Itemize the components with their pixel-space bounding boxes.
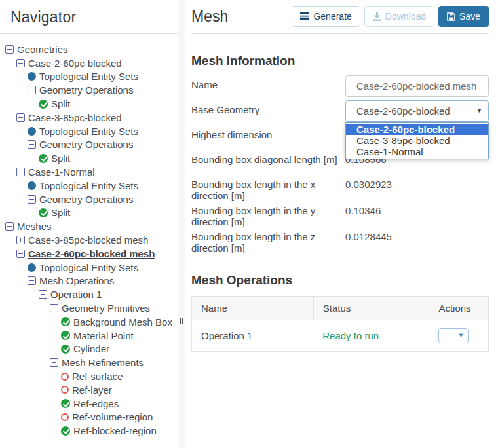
entity-sets-icon (28, 127, 36, 136)
bbox-z-label: Bounding box length in the z direction [… (191, 227, 345, 253)
tree-item-geometry-primitives[interactable]: Geometry Primitives (0, 301, 175, 315)
expand-toggle-icon[interactable] (16, 236, 25, 244)
status-ok-icon (61, 345, 70, 354)
tree-item-label: Meshes (17, 221, 52, 232)
collapse-toggle-icon[interactable] (28, 140, 36, 149)
caret-down-icon: ▼ (476, 108, 482, 114)
status-ok-icon (61, 317, 70, 326)
download-button[interactable]: Download (364, 6, 434, 27)
collapse-toggle-icon[interactable] (16, 168, 25, 176)
collapse-toggle-icon[interactable] (5, 45, 14, 54)
collapse-toggle-icon[interactable] (39, 290, 47, 299)
tree-item-split[interactable]: Split (0, 151, 175, 165)
caret-down-icon: ▼ (458, 333, 464, 339)
generate-bars-icon (300, 12, 309, 20)
tree-item-label: Case-2-60pc-blocked (28, 58, 122, 69)
collapse-toggle-icon[interactable] (28, 86, 36, 94)
column-header-status: Status (313, 297, 429, 320)
tree-item-label: Case-3-85pc-blocked (28, 112, 122, 123)
navigator-title: Navigator (10, 9, 167, 26)
tree-item-case-3-85pc-blocked[interactable]: Case-3-85pc-blocked (0, 111, 175, 124)
tree-item-label: Topological Entity Sets (39, 126, 138, 137)
tree-item-case-2-60pc-blocked-mesh[interactable]: Case-2-60pc-blocked mesh (0, 247, 175, 261)
panel-splitter[interactable] (178, 0, 185, 448)
operations-table-body: Operation 1Ready to run▼ (192, 320, 489, 352)
tree-item-geometries[interactable]: Geometries (0, 43, 175, 56)
tree-item-material-point[interactable]: Material Point (0, 329, 175, 343)
tree-item-label: Case-3-85pc-blocked mesh (28, 234, 148, 246)
tree-item-case-3-85pc-blocked-mesh[interactable]: Case-3-85pc-blocked mesh (0, 233, 175, 247)
base-geometry-select[interactable]: Case-2-60pc-blocked ▼ (345, 100, 489, 122)
status-ok-icon (39, 154, 48, 163)
tree-item-geometry-operations[interactable]: Geometry Operations (0, 193, 175, 206)
base-geometry-label: Base Geometry (191, 100, 345, 115)
status-pending-icon (61, 373, 69, 381)
dropdown-option[interactable]: Case-3-85pc-blocked (346, 135, 488, 146)
name-input[interactable] (345, 75, 489, 97)
collapse-toggle-icon[interactable] (16, 113, 25, 122)
tree-item-ref-blocked-region[interactable]: Ref-blocked-region (0, 424, 175, 438)
tree-item-ref-layer[interactable]: Ref-layer (0, 383, 175, 397)
save-button-label: Save (459, 11, 480, 22)
collapse-toggle-icon[interactable] (50, 358, 58, 367)
tree-item-cylinder[interactable]: Cylinder (0, 343, 175, 356)
bbox-x-label: Bounding box length in the x direction [… (191, 175, 345, 201)
status-ok-icon (61, 399, 70, 408)
bbox-y-label: Bounding box length in the y direction [… (191, 201, 345, 227)
operation-name: Operation 1 (192, 320, 314, 352)
tree-item-label: Background Mesh Box (73, 316, 172, 327)
tree-item-mesh-operations[interactable]: Mesh Operations (0, 274, 175, 288)
highest-dimension-label: Highest dimension (191, 125, 345, 140)
status-ok-icon (61, 426, 70, 436)
tree-item-label: Ref-blocked-region (73, 425, 157, 436)
tree-item-label: Topological Entity Sets (39, 180, 138, 191)
tree-item-ref-edges[interactable]: Ref-edges (0, 397, 175, 411)
status-ok-icon (61, 331, 70, 340)
tree-item-label: Ref-layer (72, 384, 112, 396)
save-button[interactable]: Save (438, 6, 489, 27)
operation-actions-select[interactable]: ▼ (438, 328, 469, 343)
name-field-row: Name (191, 75, 489, 100)
collapse-toggle-icon[interactable] (16, 59, 25, 67)
tree-item-split[interactable]: Split (0, 97, 175, 111)
tree-item-case-2-60pc-blocked[interactable]: Case-2-60pc-blocked (0, 56, 175, 70)
tree-item-ref-volume-region[interactable]: Ref-volume-region (0, 411, 175, 424)
dropdown-option[interactable]: Case-1-Normal (346, 146, 488, 157)
navigator-header: Navigator (0, 0, 178, 34)
collapse-toggle-icon[interactable] (28, 195, 36, 204)
tree-item-mesh-refinements[interactable]: Mesh Refinements (0, 356, 175, 369)
tree-item-label: Geometry Operations (39, 194, 133, 205)
tree-item-topological-entity-sets[interactable]: Topological Entity Sets (0, 179, 175, 193)
collapse-toggle-icon[interactable] (16, 250, 25, 258)
bbox-z-value: 0.0128445 (345, 227, 392, 242)
collapse-toggle-icon[interactable] (28, 276, 36, 285)
collapse-toggle-icon[interactable] (5, 222, 14, 231)
generate-button[interactable]: Generate (292, 6, 360, 27)
dropdown-option[interactable]: Case-2-60pc-blocked (346, 124, 488, 135)
tree-item-background-mesh-box[interactable]: Background Mesh Box (0, 315, 175, 329)
mesh-header: Mesh Generate (191, 0, 489, 34)
tree-item-label: Geometry Primitives (62, 303, 150, 314)
splitter-grip-icon (180, 318, 183, 324)
tree-item-case-1-normal[interactable]: Case-1-Normal (0, 165, 175, 179)
tree-item-label: Topological Entity Sets (39, 262, 138, 273)
tree-item-operation-1[interactable]: Operation 1 (0, 288, 175, 301)
tree-item-meshes[interactable]: Meshes (0, 219, 175, 233)
toolbar: Generate Download (292, 6, 489, 27)
tree-item-split[interactable]: Split (0, 206, 175, 220)
collapse-toggle-icon[interactable] (50, 304, 58, 312)
entity-sets-icon (28, 181, 36, 190)
tree-item-geometry-operations[interactable]: Geometry Operations (0, 138, 175, 152)
bbox-z-row: Bounding box length in the z direction [… (191, 227, 489, 253)
page-title: Mesh (191, 8, 228, 26)
tree-item-geometry-operations[interactable]: Geometry Operations (0, 83, 175, 97)
tree-item-topological-entity-sets[interactable]: Topological Entity Sets (0, 70, 175, 84)
tree-item-ref-surface[interactable]: Ref-surface (0, 369, 175, 383)
tree-item-topological-entity-sets[interactable]: Topological Entity Sets (0, 124, 175, 138)
base-geometry-field-row: Base Geometry Case-2-60pc-blocked ▼ Case… (191, 100, 489, 125)
tree-item-label: Operation 1 (50, 289, 102, 300)
tree-item-topological-entity-sets[interactable]: Topological Entity Sets (0, 261, 175, 274)
tree-item-label: Case-2-60pc-blocked mesh (28, 248, 155, 259)
bbox-x-row: Bounding box length in the x direction [… (191, 175, 489, 201)
status-pending-icon (61, 413, 69, 421)
